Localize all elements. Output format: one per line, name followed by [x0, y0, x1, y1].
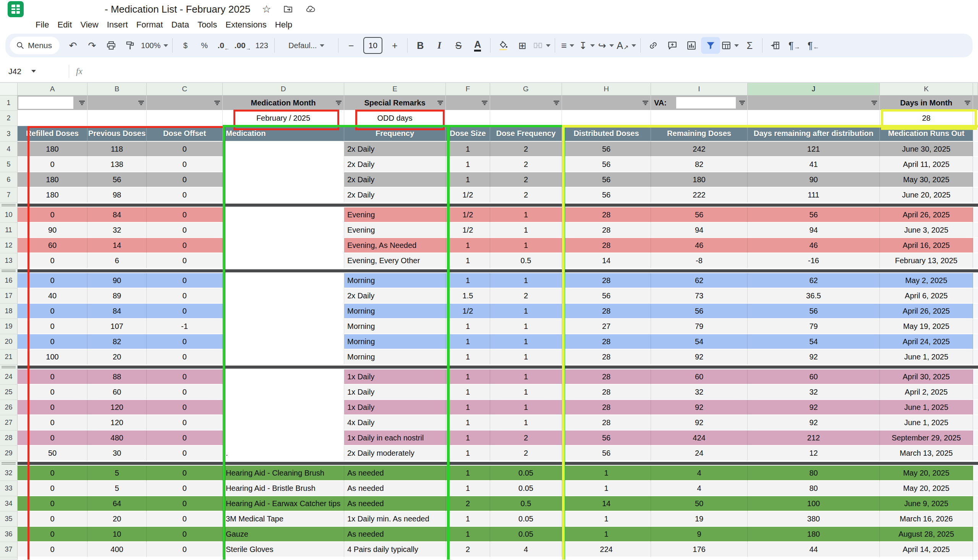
cell-F3[interactable]: Dose Size	[446, 126, 490, 142]
cell-B13[interactable]: 6	[87, 253, 147, 268]
cell-K20[interactable]: April 24, 2025	[880, 334, 973, 350]
cell-E1[interactable]: Special Remarks	[344, 95, 446, 111]
cell-C7[interactable]: 0	[147, 188, 223, 203]
row-header-10[interactable]: 10	[0, 207, 18, 223]
document-title[interactable]: - Medication List - February 2025	[105, 3, 251, 15]
cell-J36[interactable]: 180	[748, 527, 880, 542]
cell-B29[interactable]: 30	[87, 446, 147, 461]
cell-K17[interactable]: April 6, 2025	[880, 288, 973, 304]
cell-A7[interactable]: 180	[18, 188, 87, 203]
borders-button[interactable]: ⊞	[513, 37, 532, 54]
cell-E17[interactable]: 2x Daily	[344, 288, 446, 304]
italic-button[interactable]: I	[430, 37, 449, 54]
cell-J24[interactable]: 60	[748, 369, 880, 385]
cell-J26[interactable]: 92	[748, 400, 880, 415]
cell-K16[interactable]: May 2, 2025	[880, 273, 973, 288]
cell-C20[interactable]: 0	[147, 334, 223, 350]
cell-H17[interactable]: 56	[562, 288, 651, 304]
more-formats-button[interactable]: 123	[252, 37, 271, 54]
cell-F33[interactable]: 1	[446, 481, 490, 496]
cell-D37[interactable]: Sterile Gloves	[223, 542, 344, 557]
horizontal-align-button[interactable]: ≡	[558, 37, 577, 54]
sheets-logo-icon[interactable]	[8, 1, 24, 17]
cell-G28[interactable]: 2	[490, 430, 562, 446]
cell-A36[interactable]: 0	[18, 527, 87, 542]
cell-J16[interactable]: 62	[748, 273, 880, 288]
cell-G13[interactable]: 0.5	[490, 253, 562, 268]
filter-button[interactable]	[701, 37, 720, 54]
cell-K27[interactable]: June 1, 2025	[880, 415, 973, 430]
row-header-5[interactable]: 5	[0, 157, 18, 172]
row-header-11[interactable]: 11	[0, 223, 18, 238]
cell-F10[interactable]: 1/2	[446, 207, 490, 223]
cell-G16[interactable]: 1	[490, 273, 562, 288]
functions-button[interactable]: Σ	[740, 37, 759, 54]
cell-A24[interactable]: 0	[18, 369, 87, 385]
cell-H18[interactable]: 28	[562, 304, 651, 319]
row-header-4[interactable]: 4	[0, 142, 18, 157]
cell-C2[interactable]	[147, 111, 223, 126]
cell-I17[interactable]: 73	[651, 288, 748, 304]
cell-I13[interactable]: -8	[651, 253, 748, 268]
cell-K36[interactable]: August 28, 2025	[880, 527, 973, 542]
cell-D21[interactable]	[223, 350, 344, 365]
cell-H32[interactable]: 1	[562, 466, 651, 481]
cell-G26[interactable]: 1	[490, 400, 562, 415]
cell-D36[interactable]: Gauze	[223, 527, 344, 542]
column-header-F[interactable]: F	[446, 83, 490, 95]
cell-G6[interactable]: 2	[490, 172, 562, 188]
cell-F24[interactable]: 1	[446, 369, 490, 385]
filter-icon[interactable]	[642, 100, 649, 106]
row-header-17[interactable]: 17	[0, 288, 18, 304]
cell-A27[interactable]: 0	[18, 415, 87, 430]
cell-D11[interactable]	[223, 223, 344, 238]
cell-D2[interactable]: February / 2025	[223, 111, 344, 126]
cell-I26[interactable]: 92	[651, 400, 748, 415]
cell-D19[interactable]	[223, 319, 344, 334]
insert-chart-button[interactable]	[682, 37, 701, 54]
cell-K4[interactable]: June 30, 2025	[880, 142, 973, 157]
cell-B25[interactable]: 60	[87, 385, 147, 400]
cell-H11[interactable]: 28	[562, 223, 651, 238]
bold-button[interactable]: B	[411, 37, 430, 54]
cell-E5[interactable]: 2x Daily	[344, 157, 446, 172]
cell-I29[interactable]: 24	[651, 446, 748, 461]
row-header-28[interactable]: 28	[0, 430, 18, 446]
cell-D3[interactable]: Medication	[223, 126, 344, 142]
cell-A1[interactable]	[18, 95, 87, 111]
row-header-34[interactable]: 34	[0, 496, 18, 512]
cell-D34[interactable]: Hearing Aid - Earwax Catcher tips	[223, 496, 344, 512]
cell-G17[interactable]: 2	[490, 288, 562, 304]
cell-G19[interactable]: 1	[490, 319, 562, 334]
cell-E32[interactable]: As needed	[344, 466, 446, 481]
cell-C19[interactable]: -1	[147, 319, 223, 334]
column-header-D[interactable]: D	[223, 83, 344, 95]
cell-C16[interactable]: 0	[147, 273, 223, 288]
cell-D17[interactable]	[223, 288, 344, 304]
cell-E25[interactable]: 1x Daily	[344, 385, 446, 400]
column-header-J[interactable]: J	[748, 83, 880, 95]
row-header-19[interactable]: 19	[0, 319, 18, 334]
cell-A19[interactable]: 0	[18, 319, 87, 334]
cell-G11[interactable]: 1	[490, 223, 562, 238]
cell-A20[interactable]: 0	[18, 334, 87, 350]
cell-G1[interactable]	[490, 95, 562, 111]
cell-B12[interactable]: 14	[87, 238, 147, 253]
cell-K5[interactable]: April 11, 2025	[880, 157, 973, 172]
menu-edit[interactable]: Edit	[53, 19, 76, 30]
cell-K29[interactable]: March 13, 2025	[880, 446, 973, 461]
cell-E10[interactable]: Evening	[344, 207, 446, 223]
cell-F32[interactable]: 1	[446, 466, 490, 481]
cell-F27[interactable]: 1	[446, 415, 490, 430]
column-header-K[interactable]: K	[880, 83, 973, 95]
cell-J3[interactable]: Days remaining after distribution	[748, 126, 880, 142]
cell-H19[interactable]: 27	[562, 319, 651, 334]
row-header-27[interactable]: 27	[0, 415, 18, 430]
row-header-24[interactable]: 24	[0, 369, 18, 385]
menu-data[interactable]: Data	[167, 19, 193, 30]
cell-H4[interactable]: 56	[562, 142, 651, 157]
cell-J6[interactable]: 90	[748, 172, 880, 188]
cell-B26[interactable]: 120	[87, 400, 147, 415]
cell-A2[interactable]	[18, 111, 87, 126]
cell-F19[interactable]: 1	[446, 319, 490, 334]
